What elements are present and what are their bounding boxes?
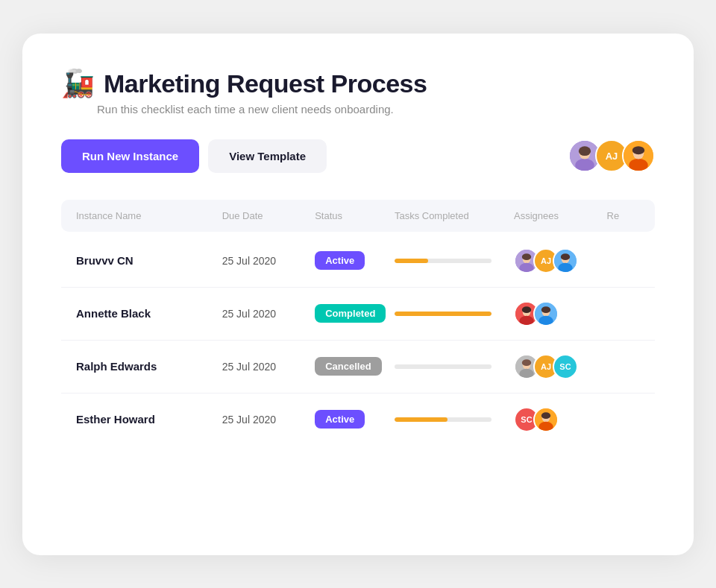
status-badge: Cancelled [315, 357, 381, 376]
col-instance-name: Instance Name [76, 210, 222, 221]
table-row[interactable]: Esther Howard 25 Jul 2020 Active SC [61, 393, 655, 446]
avatar-initials: AJ [606, 151, 618, 162]
svg-point-28 [519, 368, 533, 379]
due-date: 25 Jul 2020 [222, 255, 315, 267]
row-avatar-orange [533, 407, 559, 432]
instance-name: Bruvvv CN [76, 254, 222, 267]
view-template-button[interactable]: View Template [208, 139, 327, 173]
progress-bar-wrap [395, 364, 514, 369]
page-header: 🚂 Marketing Request Process Run this che… [61, 69, 655, 116]
due-date: 25 Jul 2020 [222, 308, 315, 320]
svg-point-12 [519, 262, 533, 273]
svg-point-4 [579, 146, 591, 156]
instance-name: Ralph Edwards [76, 360, 222, 373]
svg-point-32 [538, 421, 553, 431]
toolbar-buttons: Run New Instance View Template [61, 139, 327, 173]
table-row[interactable]: Ralph Edwards 25 Jul 2020 Cancelled AJ S… [61, 341, 655, 393]
status-badge: Active [315, 410, 365, 429]
table-row[interactable]: Bruvvv CN 25 Jul 2020 Active AJ [61, 235, 655, 288]
toolbar-avatar-3 [622, 139, 655, 172]
svg-point-13 [522, 253, 531, 260]
status-badge: Completed [315, 304, 386, 323]
progress-bar-wrap [395, 417, 514, 422]
svg-point-9 [632, 146, 644, 154]
due-date: 25 Jul 2020 [222, 361, 315, 373]
page-subtitle: Run this checklist each time a new clien… [97, 103, 655, 116]
progress-bar-fill [395, 259, 429, 263]
instances-table: Instance Name Due Date Status Tasks Comp… [61, 200, 655, 446]
instance-name: Annette Black [76, 307, 222, 320]
svg-point-2 [575, 159, 594, 172]
run-new-instance-button[interactable]: Run New Instance [61, 139, 199, 173]
col-due-date: Due Date [222, 210, 315, 221]
svg-point-25 [541, 306, 550, 313]
progress-bar-wrap [395, 312, 514, 316]
status-badge: Active [315, 251, 365, 270]
row-avatar-blue [553, 248, 578, 274]
col-status: Status [315, 210, 395, 221]
progress-bar-fill [395, 417, 448, 422]
row-assignees [514, 301, 607, 326]
col-re: Re [607, 210, 640, 221]
svg-point-16 [558, 262, 572, 273]
svg-point-33 [541, 412, 550, 419]
title-row: 🚂 Marketing Request Process [61, 69, 655, 98]
row-avatar-sc: SC [553, 354, 578, 379]
svg-point-20 [519, 315, 533, 326]
main-card: 🚂 Marketing Request Process Run this che… [22, 34, 694, 555]
instance-name: Esther Howard [76, 413, 222, 426]
row-assignees: SC [514, 407, 607, 432]
page-title: Marketing Request Process [104, 69, 427, 98]
table-header: Instance Name Due Date Status Tasks Comp… [61, 200, 655, 232]
progress-bar-fill [395, 312, 492, 316]
avatar-face-icon-3 [624, 139, 653, 172]
row-avatar-blue2 [533, 301, 559, 326]
svg-point-7 [629, 159, 647, 172]
svg-point-17 [561, 253, 570, 260]
col-tasks-completed: Tasks Completed [395, 210, 514, 221]
table-row[interactable]: Annette Black 25 Jul 2020 Completed [61, 288, 655, 341]
progress-bar-wrap [395, 259, 514, 263]
col-assignees: Assignees [514, 210, 607, 221]
row-assignees: AJ [514, 248, 607, 274]
due-date: 25 Jul 2020 [222, 414, 315, 426]
svg-point-29 [522, 359, 531, 366]
row-assignees: AJ SC [514, 354, 607, 379]
svg-point-21 [522, 306, 531, 313]
toolbar-avatars: AJ [568, 139, 655, 172]
title-emoji: 🚂 [61, 70, 95, 97]
toolbar: Run New Instance View Template AJ [61, 139, 655, 173]
svg-point-24 [538, 315, 553, 326]
